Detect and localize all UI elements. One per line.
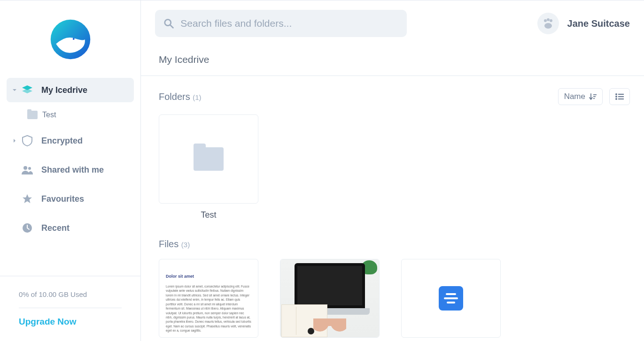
file-thumbnail (280, 259, 380, 338)
document-preview: Dolor sit amet Lorem ipsum dolor sit ame… (159, 259, 258, 337)
folder-card[interactable]: Test (159, 114, 258, 220)
svg-point-14 (615, 93, 617, 95)
svg-point-5 (165, 20, 171, 26)
folders-title: Folders (1) (159, 91, 202, 102)
image-preview (280, 259, 379, 337)
chevron-down-icon (11, 88, 18, 92)
sort-button[interactable]: Name (558, 88, 603, 105)
content-area: Folders (1) Name (141, 76, 644, 341)
folders-header: Folders (1) Name (159, 88, 630, 105)
svg-point-9 (550, 19, 552, 22)
user-name: Jane Suitcase (567, 18, 630, 29)
file-thumbnail (401, 259, 501, 338)
sort-icon (589, 93, 597, 100)
sidebar-subitem-label: Test (42, 111, 56, 119)
chevron-right-icon (11, 138, 18, 143)
sidebar-item-favourites[interactable]: Favourites (7, 187, 134, 211)
upgrade-button[interactable]: Upgrade Now (19, 317, 122, 327)
sidebar-nav: My Icedrive Test Encrypted (0, 78, 140, 276)
search-box[interactable] (155, 10, 407, 37)
file-card[interactable]: Dolor sit amet Lorem ipsum dolor sit ame… (159, 259, 258, 338)
files-title: Files (3) (159, 239, 190, 250)
sidebar-item-label: My Icedrive (41, 85, 87, 95)
clock-icon (21, 222, 34, 234)
file-card[interactable] (280, 259, 380, 338)
shield-icon (21, 135, 34, 146)
files-grid: Dolor sit amet Lorem ipsum dolor sit ame… (159, 259, 630, 338)
svg-point-7 (544, 19, 547, 22)
stack-icon (21, 84, 34, 96)
view-list-button[interactable] (609, 88, 630, 105)
search-input[interactable] (180, 18, 398, 29)
user-menu[interactable]: Jane Suitcase (537, 13, 630, 34)
svg-point-16 (615, 98, 617, 100)
sidebar-item-label: Encrypted (41, 136, 83, 146)
folder-icon (27, 111, 38, 119)
brand-logo (0, 0, 140, 78)
search-icon (163, 18, 174, 29)
sidebar-item-label: Favourites (41, 194, 84, 204)
storage-usage-text: 0% of 10.00 GB Used (19, 290, 122, 308)
breadcrumb: My Icedrive (141, 37, 644, 76)
folder-thumbnail (159, 114, 258, 204)
svg-point-10 (544, 23, 552, 29)
view-toolbar: Name (558, 88, 630, 105)
icedrive-logo-icon (48, 17, 93, 62)
sidebar-item-encrypted[interactable]: Encrypted (7, 129, 134, 153)
folder-icon (194, 147, 224, 171)
star-icon (21, 193, 34, 205)
svg-point-8 (547, 18, 550, 21)
svg-point-2 (23, 166, 27, 170)
topbar: Jane Suitcase (141, 0, 644, 37)
sidebar-item-label: Shared with me (41, 165, 104, 175)
sidebar-footer: 0% of 10.00 GB Used Upgrade Now (0, 276, 140, 341)
paw-icon (542, 18, 554, 29)
sidebar-item-recent[interactable]: Recent (7, 216, 134, 240)
folders-grid: Test (159, 114, 630, 220)
sidebar-item-my-icedrive[interactable]: My Icedrive (7, 78, 134, 102)
svg-point-15 (615, 96, 617, 98)
file-thumbnail: Dolor sit amet Lorem ipsum dolor sit ame… (159, 259, 258, 338)
avatar (537, 13, 559, 34)
svg-point-1 (72, 38, 74, 40)
sidebar-item-label: Recent (41, 223, 70, 233)
file-card[interactable] (401, 259, 501, 338)
svg-line-6 (171, 25, 173, 28)
folder-name: Test (159, 210, 258, 220)
files-header: Files (3) (159, 239, 630, 250)
main: Jane Suitcase My Icedrive Folders (1) Na… (141, 0, 644, 341)
document-icon (439, 286, 463, 311)
sidebar-subitem-test[interactable]: Test (7, 107, 134, 123)
sidebar: My Icedrive Test Encrypted (0, 0, 141, 341)
sidebar-item-shared[interactable]: Shared with me (7, 158, 134, 182)
list-icon (615, 93, 624, 100)
users-icon (21, 164, 34, 175)
svg-point-3 (28, 167, 31, 170)
